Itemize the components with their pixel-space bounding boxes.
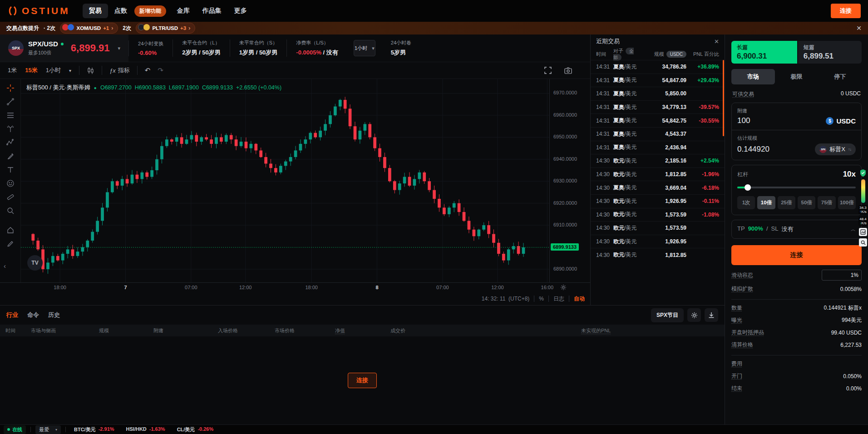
tab-market[interactable]: 市场 (731, 69, 775, 84)
leverage-preset-50倍[interactable]: 50倍 (798, 196, 815, 209)
text-tool-icon[interactable] (3, 163, 18, 176)
trades-list: 14:31夏奥/美元34,786.26+36.89%14:31夏奥/美元54,8… (591, 60, 725, 305)
download-icon[interactable] (705, 308, 718, 322)
leverage-preset-100倍[interactable]: 100倍 (838, 196, 856, 209)
connect-wallet-button[interactable]: 连接 (831, 4, 861, 18)
ticker-btc[interactable]: BTC/美元-2.91% (74, 426, 114, 433)
ticker-hsi[interactable]: HSI/HKD-1.63% (126, 426, 165, 433)
positions-panel: 行业 命令 历史 SPX节目 时间市场与侧画规模附庸入场价格市场价格净值成交价未… (0, 305, 725, 424)
leverage-slider[interactable] (737, 184, 856, 191)
promo-pair-xom[interactable]: XOM/USD +1 › (60, 23, 118, 34)
online-status[interactable]: 在线 (4, 425, 26, 434)
nav-item-points[interactable]: 点数 (108, 4, 133, 18)
trade-row[interactable]: 14:30欧元/美元1,573.59-1.08% (591, 208, 725, 222)
size-input[interactable]: 0.144920 (737, 145, 769, 154)
trade-row[interactable]: 14:31夏奥/美元54,842.75-30.55% (591, 113, 725, 127)
candle-style-icon[interactable] (84, 66, 97, 75)
trade-row[interactable]: 14:31夏奥/美元54,847.09+29.43% (591, 74, 725, 87)
asset-select-chip[interactable]: SPX 标普X ↑↓ (815, 143, 856, 155)
brush-tool-icon[interactable] (3, 150, 18, 162)
trade-row[interactable]: 14:31夏奥/美元34,779.13-39.57% (591, 100, 725, 114)
nav-item-more[interactable]: 更多 (228, 4, 253, 18)
tab-limit[interactable]: 极限 (775, 69, 819, 84)
time-axis[interactable]: 18:00707:0012:0018:00807:0012:0016:00 (0, 282, 590, 292)
promo-pair-pltr[interactable]: PLTR/USD +3 › (136, 23, 195, 34)
interval-1m[interactable]: 1米 (5, 64, 20, 76)
leverage-preset-1次[interactable]: 1次 (737, 196, 755, 209)
positions-connect-button[interactable]: 连接 (348, 373, 377, 388)
leverage-preset-75倍[interactable]: 75倍 (818, 196, 835, 209)
size-unit-pill[interactable]: USDC (666, 51, 686, 58)
auto-scale-button[interactable]: 自动 (574, 295, 585, 303)
trade-row[interactable]: 14:31夏奥/美元5,850.00 (591, 87, 725, 100)
slider-thumb[interactable] (745, 184, 751, 191)
trade-row[interactable]: 14:30欧元/美元1,812.85-1.96% (591, 168, 725, 181)
interval-15m[interactable]: 15米 (22, 64, 40, 76)
tab-stop[interactable]: 停下 (818, 69, 862, 84)
interval-chevron-icon[interactable]: ▾ (66, 66, 74, 75)
tradingview-logo[interactable]: TV (27, 255, 43, 271)
slippage-input[interactable] (822, 270, 862, 281)
trades-close-icon[interactable]: ✕ (714, 38, 719, 45)
trend-line-tool-icon[interactable] (3, 95, 18, 108)
short-button[interactable]: 短篇 6,899.51 (798, 41, 862, 64)
home-tool-icon[interactable] (3, 224, 18, 236)
trade-row[interactable]: 14:30夏奥/美元3,669.04-6.18% (591, 181, 725, 194)
zoom-tool-icon[interactable] (3, 204, 18, 217)
new-feature-badge[interactable]: 新增功能 (134, 5, 166, 17)
trade-row[interactable]: 14:30欧元/美元1,573.59 (591, 221, 725, 235)
pattern-tool-icon[interactable] (3, 136, 18, 148)
collapse-toolbar-icon[interactable]: ‹ (4, 262, 6, 270)
ruler-tool-icon[interactable] (3, 191, 18, 203)
search-tool-icon[interactable] (859, 238, 867, 247)
nav-item-portfolio[interactable]: 作品集 (196, 4, 228, 18)
screenshot-tool-icon[interactable] (859, 228, 867, 236)
ostium-logo[interactable]: OSTIUM (7, 5, 70, 16)
promo-close-icon[interactable]: ✕ (856, 25, 862, 32)
interval-1h[interactable]: 1小时 (43, 64, 64, 76)
log-scale-button[interactable]: 日志 (553, 295, 564, 303)
percent-scale-button[interactable]: % (539, 296, 544, 302)
pencil-tool-icon[interactable] (3, 237, 18, 250)
tpsl-row[interactable]: TP900% / SL没有 ︿ (731, 220, 862, 239)
trade-row[interactable]: 14:30欧元/美元2,185.16+2.54% (591, 154, 725, 168)
price-axis[interactable]: 6970.00006960.00006950.00006940.00006930… (549, 79, 590, 282)
redo-icon[interactable]: ↷ (155, 65, 166, 75)
trade-row[interactable]: 14:30欧元/美元1,926.95-0.11% (591, 194, 725, 208)
tab-history[interactable]: 历史 (48, 311, 60, 319)
pitchfork-tool-icon[interactable] (3, 123, 18, 135)
positions-settings-gear-icon[interactable] (687, 308, 701, 322)
indicators-button[interactable]: ƒx 指标 (107, 65, 133, 75)
tab-positions[interactable]: 行业 (6, 311, 18, 319)
crosshair-tool-icon[interactable] (3, 82, 18, 94)
favorites-select[interactable]: 最爱 ▾ (35, 425, 61, 434)
order-connect-button[interactable]: 连接 (731, 245, 862, 265)
spx-feed-button[interactable]: SPX节目 (651, 308, 684, 322)
ticker-cl[interactable]: CL/美元-0.26% (177, 426, 214, 433)
trade-row[interactable]: 14:31夏奥/美元34,786.26+36.89% (591, 60, 725, 74)
symbol-selector[interactable]: SPX SPX/USD 最多100倍 6,899.91 ▾ (0, 35, 128, 62)
fullscreen-icon[interactable] (542, 66, 554, 75)
collateral-input[interactable]: 100 (737, 116, 750, 125)
trade-row[interactable]: 14:30欧元/美元1,926.95 (591, 235, 725, 248)
leverage-preset-25倍[interactable]: 25倍 (778, 196, 795, 209)
trades-scrollbar[interactable] (723, 60, 724, 136)
candlestick-chart[interactable] (21, 79, 549, 282)
chart-clock[interactable]: 14: 32: 11 (UTC+8) (482, 296, 530, 302)
trade-row[interactable]: 14:30欧元/美元1,812.85 (591, 248, 725, 261)
axis-settings-gear-icon[interactable] (560, 284, 567, 292)
trade-row[interactable]: 14:31夏奥/美元2,436.94 (591, 141, 725, 154)
undo-icon[interactable]: ↶ (142, 65, 153, 75)
leverage-preset-10倍[interactable]: 10倍 (757, 196, 775, 209)
fib-retracement-tool-icon[interactable] (3, 109, 18, 121)
camera-icon[interactable] (562, 66, 575, 75)
trade-row[interactable]: 14:31夏奥/美元4,543.37 (591, 127, 725, 141)
emoji-tool-icon[interactable] (3, 177, 18, 189)
tab-orders[interactable]: 命令 (27, 311, 39, 319)
nav-item-vault[interactable]: 金库 (171, 4, 196, 18)
chart-area[interactable]: ‹ 标普500 / 美元·奥斯蒂姆 ● O6897.2700 H6900.588… (0, 79, 590, 282)
nav-item-trade[interactable]: 贸易 (83, 4, 108, 18)
long-button[interactable]: 长篇 6,900.31 (731, 41, 797, 64)
funding-interval-select[interactable]: 1小时▾ (354, 40, 375, 56)
trade-pair: 夏奥/美元 (613, 117, 647, 124)
